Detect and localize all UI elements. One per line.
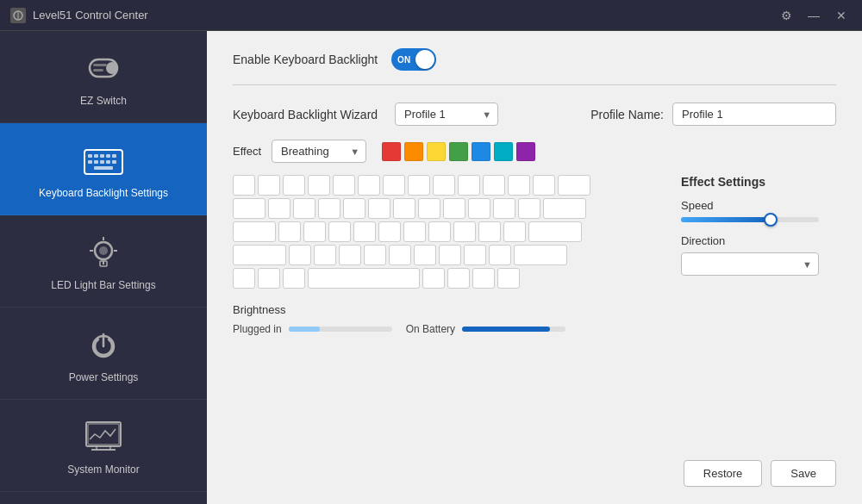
restore-button[interactable]: Restore — [684, 460, 763, 487]
key[interactable] — [414, 245, 436, 265]
speed-label: Speed — [681, 199, 836, 212]
key[interactable] — [233, 221, 276, 242]
enable-row: Enable Keyboard Backlight ON — [233, 48, 836, 85]
direction-select[interactable]: Left to Right Right to Left — [681, 252, 819, 276]
save-button[interactable]: Save — [771, 460, 836, 487]
keyboard-container: Effect Settings Speed Direction Left to … — [233, 175, 836, 291]
profile-row: Keyboard Backlight Wizard Profile 1 Prof… — [233, 103, 836, 126]
brightness-plugged-slider[interactable] — [289, 327, 392, 332]
key[interactable] — [389, 245, 411, 265]
key[interactable] — [453, 221, 476, 242]
key[interactable] — [278, 221, 301, 242]
brightness-plugged: Plugged in — [233, 323, 392, 335]
toggle-label: ON — [397, 55, 410, 65]
key[interactable] — [478, 221, 501, 242]
color-swatch-red[interactable] — [382, 142, 401, 161]
key[interactable] — [233, 175, 255, 196]
color-swatch-purple[interactable] — [516, 142, 535, 161]
key[interactable] — [289, 245, 311, 265]
enable-toggle[interactable]: ON — [391, 48, 436, 71]
key[interactable] — [418, 198, 440, 219]
key[interactable] — [514, 245, 567, 265]
key-spacebar[interactable] — [308, 268, 420, 289]
sidebar-item-ez-switch[interactable]: EZ Switch — [0, 31, 207, 123]
keyboard-grid — [233, 175, 646, 291]
key[interactable] — [364, 245, 386, 265]
key[interactable] — [308, 175, 330, 196]
key[interactable] — [383, 175, 405, 196]
sidebar-item-keyboard-backlight[interactable]: Keyboard Backlight Settings — [0, 123, 207, 215]
key[interactable] — [233, 245, 286, 265]
brightness-battery-slider[interactable] — [462, 327, 565, 332]
key[interactable] — [543, 198, 586, 219]
key[interactable] — [333, 175, 355, 196]
key[interactable] — [528, 221, 582, 242]
profile-wizard-label: Keyboard Backlight Wizard — [233, 108, 378, 121]
key[interactable] — [508, 175, 530, 196]
key[interactable] — [258, 268, 280, 289]
key[interactable] — [358, 175, 380, 196]
key[interactable] — [268, 198, 290, 219]
sidebar-item-led-bar[interactable]: LED Light Bar Settings — [0, 215, 207, 308]
svg-point-19 — [99, 246, 108, 255]
key[interactable] — [503, 221, 526, 242]
key[interactable] — [468, 198, 490, 219]
key[interactable] — [353, 221, 376, 242]
profile-name-input[interactable] — [672, 103, 836, 126]
settings-button[interactable]: ⚙ — [776, 5, 796, 26]
key[interactable] — [422, 268, 445, 289]
key[interactable] — [439, 245, 461, 265]
key[interactable] — [293, 198, 315, 219]
key[interactable] — [472, 268, 495, 289]
color-swatch-blue[interactable] — [472, 142, 490, 161]
key[interactable] — [533, 175, 555, 196]
key-row-5 — [233, 268, 646, 289]
profile-select[interactable]: Profile 1 Profile 2 Profile 3 — [395, 103, 498, 126]
key[interactable] — [458, 175, 480, 196]
key[interactable] — [433, 175, 455, 196]
key[interactable] — [518, 198, 540, 219]
key[interactable] — [408, 175, 430, 196]
key[interactable] — [447, 268, 470, 289]
key[interactable] — [378, 221, 401, 242]
key[interactable] — [489, 245, 511, 265]
speed-slider-thumb[interactable] — [764, 213, 778, 227]
color-swatch-yellow[interactable] — [427, 142, 446, 161]
key[interactable] — [283, 175, 305, 196]
key[interactable] — [464, 245, 486, 265]
key[interactable] — [443, 198, 465, 219]
svg-rect-12 — [88, 160, 92, 164]
key[interactable] — [558, 175, 590, 196]
key[interactable] — [497, 268, 520, 289]
sidebar-item-power[interactable]: Power Settings — [0, 308, 207, 400]
power-icon — [82, 323, 125, 366]
speed-slider[interactable] — [681, 217, 819, 222]
key[interactable] — [233, 268, 255, 289]
key[interactable] — [318, 198, 340, 219]
key[interactable] — [328, 221, 351, 242]
key[interactable] — [233, 198, 265, 219]
key[interactable] — [403, 221, 426, 242]
key[interactable] — [428, 221, 451, 242]
key[interactable] — [339, 245, 361, 265]
minimize-button[interactable]: — — [803, 5, 824, 26]
key[interactable] — [314, 245, 336, 265]
key[interactable] — [343, 198, 365, 219]
toggle-knob — [415, 50, 434, 69]
key[interactable] — [393, 198, 415, 219]
key[interactable] — [283, 268, 305, 289]
brightness-battery-fill — [462, 327, 550, 332]
effect-row: Effect Breathing Static Wave Reactive ▼ — [233, 140, 836, 163]
key[interactable] — [493, 198, 515, 219]
key[interactable] — [258, 175, 280, 196]
key[interactable] — [368, 198, 390, 219]
color-swatch-green[interactable] — [449, 142, 468, 161]
close-button[interactable]: ✕ — [831, 5, 852, 26]
key-row-4 — [233, 245, 646, 265]
color-swatch-cyan[interactable] — [494, 142, 513, 161]
color-swatch-orange[interactable] — [404, 142, 423, 161]
key[interactable] — [303, 221, 326, 242]
effect-select[interactable]: Breathing Static Wave Reactive — [272, 140, 366, 163]
key[interactable] — [483, 175, 505, 196]
sidebar-item-system[interactable]: System Monitor — [0, 400, 207, 492]
